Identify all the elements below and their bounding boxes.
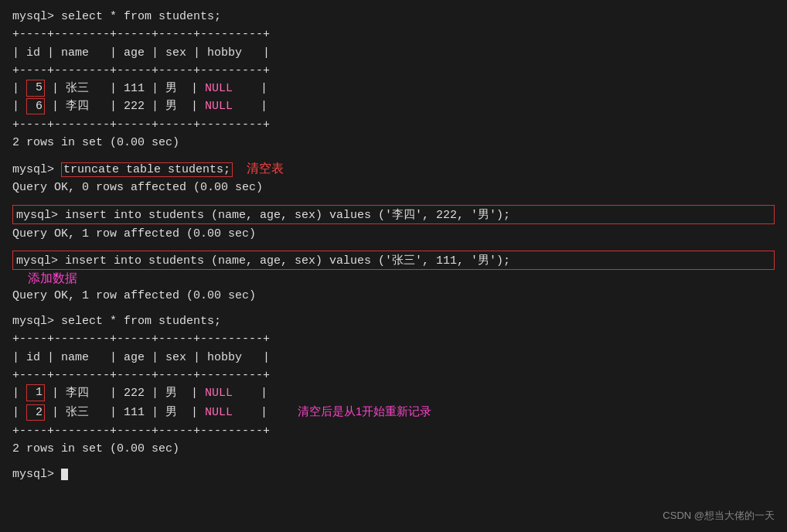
- id-box-2: 2: [26, 404, 45, 421]
- id-box-1: 1: [26, 384, 45, 401]
- table-row2: | 1 | 李四 | 222 | 男 | NULL |: [12, 384, 775, 402]
- cursor: [61, 469, 68, 480]
- insert-cmd-2: mysql> insert into students (name, age, …: [12, 251, 775, 270]
- table-row2b: | 2 | 张三 | 111 | 男 | NULL | 清空后是从1开始重新记录: [12, 402, 775, 421]
- rows-in-set-2: 2 rows in set (0.00 sec): [12, 440, 775, 458]
- truncate-cmd: truncate table students;: [61, 162, 233, 177]
- null-val: NULL: [205, 100, 233, 113]
- table-header2: | id | name | age | sex | hobby |: [12, 349, 775, 367]
- prompt2: mysql> select * from students;: [12, 315, 221, 328]
- id-box-6: 6: [26, 98, 45, 115]
- table-row: | 5 | 张三 | 111 | 男 | NULL |: [12, 80, 775, 97]
- table-border-mid: +----+--------+-----+-----+---------+: [12, 62, 775, 80]
- annotation-add-data: 添加数据: [28, 271, 77, 285]
- id-box-5: 5: [26, 80, 45, 97]
- query-ok-1: Query OK, 0 rows affected (0.00 sec): [12, 179, 775, 196]
- table-border2-top: +----+--------+-----+-----+---------+: [12, 330, 775, 348]
- table-border2-bot: +----+--------+-----+-----+---------+: [12, 422, 775, 440]
- prompt: mysql> select * from students;: [12, 10, 221, 23]
- table-header: | id | name | age | sex | hobby |: [12, 44, 775, 62]
- table-border2-mid: +----+--------+-----+-----+---------+: [12, 367, 775, 384]
- table-row: | 6 | 李四 | 222 | 男 | NULL |: [12, 97, 775, 115]
- line-select1: mysql> select * from students;: [12, 8, 775, 26]
- annotation-qingkong-recount: 清空后是从1开始重新记录: [298, 404, 431, 418]
- terminal: mysql> select * from students; +----+---…: [12, 8, 775, 483]
- table-border-bot: +----+--------+-----+-----+---------+: [12, 116, 775, 134]
- watermark: CSDN @想当大佬的一天: [663, 509, 775, 523]
- line-select2: mysql> select * from students;: [12, 312, 775, 330]
- last-prompt: mysql>: [12, 468, 61, 481]
- table-border-top: +----+--------+-----+-----+---------+: [12, 26, 775, 43]
- prompt-prefix: mysql>: [12, 163, 61, 176]
- truncate-line: mysql> truncate table students;清空表: [12, 159, 775, 179]
- query-ok-3: Query OK, 1 row affected (0.00 sec): [12, 287, 775, 305]
- insert-zhang-san-block: mysql> insert into students (name, age, …: [12, 251, 775, 287]
- null-val: NULL: [205, 82, 233, 95]
- query-ok-2: Query OK, 1 row affected (0.00 sec): [12, 225, 775, 243]
- insert-cmd-1: mysql> insert into students (name, age, …: [12, 205, 775, 224]
- last-prompt-line: mysql>: [12, 466, 775, 483]
- rows-in-set-1: 2 rows in set (0.00 sec): [12, 134, 775, 152]
- insert-li-si-block: mysql> insert into students (name, age, …: [12, 205, 775, 225]
- null-val2: NULL: [205, 387, 233, 400]
- null-val3: NULL: [205, 406, 233, 419]
- annotation-qingkong-biao: 清空表: [247, 162, 284, 175]
